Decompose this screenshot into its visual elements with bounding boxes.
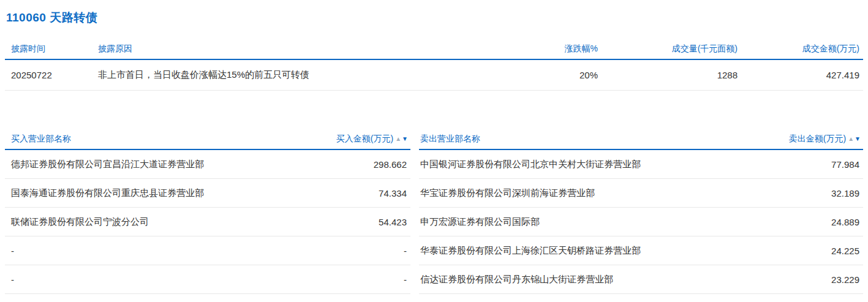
amount-cell: 24.889 <box>831 217 863 227</box>
col-header-volume: 成交量(千元面额) <box>598 43 738 55</box>
page-title: 110060 天路转债 <box>6 10 863 26</box>
col-header-disclosure-reason: 披露原因 <box>98 43 506 55</box>
disclosure-summary-table: 披露时间 披露原因 涨跌幅% 成交量(千元面额) 成交金额(万元) 202507… <box>5 43 863 91</box>
sort-desc-icon[interactable]: ▼ <box>855 136 861 142</box>
table-row: 华泰证券股份有限公司上海徐汇区天钥桥路证券营业部24.225 <box>419 236 863 265</box>
broker-name-cell: 申万宏源证券有限公司国际部 <box>419 216 831 228</box>
buy-brokers-table: 买入营业部名称 买入金额(万元) ▲▼ 德邦证券股份有限公司宜昌沿江大道证券营业… <box>5 134 410 294</box>
sort-asc-icon[interactable]: ▲ <box>395 136 401 142</box>
table-row: 申万宏源证券有限公司国际部24.889 <box>419 208 863 236</box>
col-header-sell-amount[interactable]: 卖出金额(万元) <box>789 134 846 145</box>
table-row: 华宝证券股份有限公司深圳前海证券营业部32.189 <box>419 179 863 208</box>
disclosure-time-cell: 20250722 <box>5 70 98 80</box>
table-row: -- <box>5 265 410 294</box>
amount-cell: 23.229 <box>831 274 863 285</box>
amount-cell: 74.334 <box>379 188 410 198</box>
col-header-sell-broker-name: 卖出营业部名称 <box>419 134 789 145</box>
broker-tables: 买入营业部名称 买入金额(万元) ▲▼ 德邦证券股份有限公司宜昌沿江大道证券营业… <box>5 134 863 294</box>
bond-disclosure-page: 110060 天路转债 披露时间 披露原因 涨跌幅% 成交量(千元面额) 成交金… <box>0 10 868 294</box>
buy-table-header-row: 买入营业部名称 买入金额(万元) ▲▼ <box>5 134 410 150</box>
sort-asc-icon[interactable]: ▲ <box>848 136 854 142</box>
broker-name-cell: 联储证券股份有限公司宁波分公司 <box>5 216 379 228</box>
broker-name-cell: - <box>5 274 404 285</box>
summary-header-row: 披露时间 披露原因 涨跌幅% 成交量(千元面额) 成交金额(万元) <box>5 43 863 60</box>
table-row: -- <box>5 236 410 265</box>
col-header-buy-broker-name: 买入营业部名称 <box>5 134 336 145</box>
table-row: 中国银河证券股份有限公司北京中关村大街证券营业部77.984 <box>419 150 863 179</box>
col-header-change-percent: 涨跌幅% <box>506 43 598 55</box>
buy-table-body: 德邦证券股份有限公司宜昌沿江大道证券营业部298.662国泰海通证券股份有限公司… <box>5 150 410 294</box>
amount-cell: 32.189 <box>831 188 863 198</box>
amount-cell: 54.423 <box>379 217 410 227</box>
sort-desc-icon[interactable]: ▼ <box>402 136 408 142</box>
table-row: 国泰海通证券股份有限公司重庆忠县证券营业部74.334 <box>5 179 410 208</box>
amount-cell: 24.225 <box>831 246 863 256</box>
amount-cell: 77.984 <box>831 159 863 170</box>
change-percent-cell: 20% <box>506 70 598 80</box>
broker-name-cell: 德邦证券股份有限公司宜昌沿江大道证券营业部 <box>5 159 374 170</box>
broker-name-cell: 国泰海通证券股份有限公司重庆忠县证券营业部 <box>5 187 379 199</box>
buy-amount-sort-header[interactable]: 买入金额(万元) ▲▼ <box>336 134 410 145</box>
broker-name-cell: 信达证券股份有限公司丹东锦山大街证券营业部 <box>419 274 831 285</box>
sell-table-header-row: 卖出营业部名称 卖出金额(万元) ▲▼ <box>419 134 863 150</box>
turnover-cell: 427.419 <box>738 70 863 80</box>
table-row: 德邦证券股份有限公司宜昌沿江大道证券营业部298.662 <box>5 150 410 179</box>
table-row: 信达证券股份有限公司丹东锦山大街证券营业部23.229 <box>419 265 863 294</box>
col-header-turnover: 成交金额(万元) <box>738 43 863 55</box>
sell-table-body: 中国银河证券股份有限公司北京中关村大街证券营业部77.984华宝证券股份有限公司… <box>419 150 863 294</box>
broker-name-cell: - <box>5 246 404 256</box>
sell-brokers-table: 卖出营业部名称 卖出金额(万元) ▲▼ 中国银河证券股份有限公司北京中关村大街证… <box>419 134 863 294</box>
summary-data-row: 20250722 非上市首日，当日收盘价涨幅达15%的前五只可转债 20% 12… <box>5 60 863 91</box>
sort-icons: ▲▼ <box>848 136 861 142</box>
table-row: 联储证券股份有限公司宁波分公司54.423 <box>5 208 410 236</box>
amount-cell: 298.662 <box>374 159 410 170</box>
broker-name-cell: 中国银河证券股份有限公司北京中关村大街证券营业部 <box>419 159 831 170</box>
sort-icons: ▲▼ <box>395 136 408 142</box>
amount-cell: - <box>404 274 410 285</box>
sell-amount-sort-header[interactable]: 卖出金额(万元) ▲▼ <box>789 134 863 145</box>
col-header-disclosure-time: 披露时间 <box>5 43 98 55</box>
broker-name-cell: 华泰证券股份有限公司上海徐汇区天钥桥路证券营业部 <box>419 245 831 257</box>
amount-cell: - <box>404 246 410 256</box>
broker-name-cell: 华宝证券股份有限公司深圳前海证券营业部 <box>419 187 831 199</box>
col-header-buy-amount[interactable]: 买入金额(万元) <box>336 134 393 145</box>
volume-cell: 1288 <box>598 70 738 80</box>
disclosure-reason-cell: 非上市首日，当日收盘价涨幅达15%的前五只可转债 <box>98 69 506 81</box>
